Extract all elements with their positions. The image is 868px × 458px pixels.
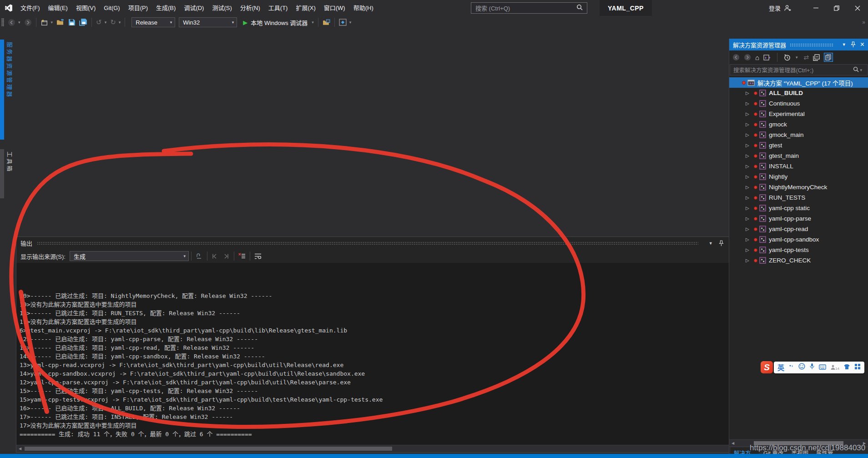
output-panel-titlebar[interactable]: 输出 ▼ × [16,237,738,249]
quick-search-input[interactable]: 搜索 (Ctrl+Q) [471,2,587,14]
solution-configuration-select[interactable]: Release ▾ [131,17,175,27]
sign-in-button[interactable]: 登录 [769,4,781,12]
chevron-collapsed-icon[interactable]: ▷ [746,216,754,221]
sidebar-tab-toolbox[interactable]: 工具箱 [0,149,14,198]
menu-item[interactable]: 分析(N) [236,0,264,16]
tree-item-project[interactable]: ▷ yaml-cpp static [729,203,868,213]
tree-item-project[interactable]: ▷ gmock [729,119,868,130]
chevron-collapsed-icon[interactable]: ▷ [746,258,754,263]
menu-item[interactable]: 视图(V) [72,0,100,16]
attach-to-process-button[interactable] [321,17,332,28]
scroll-left-icon[interactable]: ◀ [16,447,24,451]
chevron-collapsed-icon[interactable]: ▷ [746,153,754,158]
chevron-collapsed-icon[interactable]: ▷ [746,122,754,127]
close-button[interactable] [847,0,868,16]
chevron-collapsed-icon[interactable]: ▷ [746,185,754,190]
back-button[interactable] [732,54,740,61]
tree-item-project[interactable]: ▷ yaml-cpp-parse [729,213,868,224]
preview-selected-items-icon[interactable] [824,53,833,62]
tree-item-project[interactable]: ▷ INSTALL [729,161,868,171]
sidebar-tab-server-explorer[interactable]: 服务器资源管理器 [0,40,14,140]
collapse-all-icon[interactable] [813,54,820,61]
pin-icon[interactable] [851,41,856,48]
tree-item-project[interactable]: ▷ gtest_main [729,151,868,161]
navigate-back-button[interactable] [6,17,17,28]
tree-item-project[interactable]: ▷ NightlyMemoryCheck [729,182,868,192]
close-panel-icon[interactable]: × [860,40,864,49]
tree-item-project[interactable]: ▷ yaml-cpp-tests [729,245,868,255]
window-position-caret-icon[interactable]: ▼ [709,241,713,246]
tree-item-project[interactable]: ▷ yaml-cpp-sandbox [729,234,868,245]
toolbar-overflow-button[interactable]: » [862,19,865,25]
menu-item[interactable]: Git(G) [100,0,124,16]
skin-icon[interactable] [843,363,850,372]
scroll-left-icon[interactable]: ◀ [729,441,737,445]
chevron-collapsed-icon[interactable]: ▷ [746,111,754,116]
tree-item-project[interactable]: ▷ yaml-cpp-read [729,224,868,234]
virtual-keyboard-icon[interactable] [819,363,826,372]
toolbox-grid-icon[interactable] [854,363,861,372]
clear-all-icon[interactable] [237,251,247,261]
menu-item[interactable]: 工具(T) [264,0,292,16]
menu-item[interactable]: 调试(D) [180,0,208,16]
new-project-caret-icon[interactable]: ▾ [50,20,54,25]
menu-item[interactable]: 帮助(H) [349,0,378,16]
home-icon[interactable]: ⌂ [755,54,759,61]
save-all-button[interactable] [78,17,89,28]
minimize-button[interactable] [805,0,826,16]
previous-message-icon[interactable] [210,251,221,261]
goto-message-icon[interactable] [194,251,205,261]
sync-with-active-document-icon[interactable]: ⇄ [804,54,809,61]
undo-button[interactable]: ↺ [95,17,103,28]
menu-item[interactable]: 编辑(E) [44,0,72,16]
new-project-button[interactable] [39,17,50,28]
start-debugging-button[interactable]: ▶ 本地 Windows 调试器 ▾ [243,18,316,27]
menu-item[interactable]: 生成(B) [152,0,180,16]
punctuation-icon[interactable] [788,363,794,372]
user-profile-icon[interactable]: 14 [830,364,839,371]
menu-item[interactable]: 窗口(W) [320,0,349,16]
tree-item-project[interactable]: ▷ gmock_main [729,130,868,140]
redo-caret-icon[interactable]: ▾ [118,20,122,25]
open-folder-button[interactable] [55,17,66,28]
filter-caret-icon[interactable]: ▾ [795,55,799,60]
tree-item-project[interactable]: ▷ Nightly [729,171,868,182]
tree-item-solution[interactable]: 解决方案 “YAML_CPP” (17 个项目) [729,77,868,88]
save-button[interactable] [67,17,77,28]
debug-target-caret-icon[interactable]: ▾ [311,20,315,25]
maximize-button[interactable] [826,0,847,16]
output-log[interactable]: 10>------ 已跳过生成: 项目: NightlyMemoryCheck,… [16,263,730,445]
menu-item[interactable]: 文件(F) [16,0,44,16]
chevron-collapsed-icon[interactable]: ▷ [746,237,754,242]
live-share-caret-icon[interactable]: ▾ [348,20,353,25]
scrollbar-thumb[interactable] [25,447,392,451]
navigate-back-caret-icon[interactable]: ▾ [17,20,21,25]
word-wrap-icon[interactable] [252,251,263,261]
pending-changes-filter-icon[interactable] [784,54,791,61]
undo-caret-icon[interactable]: ▾ [104,20,108,25]
window-position-caret-icon[interactable]: ▼ [842,42,846,47]
sogou-logo-icon[interactable]: S [761,361,773,373]
chevron-collapsed-icon[interactable]: ▷ [746,101,754,106]
search-options-caret-icon[interactable]: ▾ [859,68,863,72]
chevron-collapsed-icon[interactable]: ▷ [746,174,754,179]
chevron-collapsed-icon[interactable]: ▷ [746,195,754,200]
navigate-forward-button[interactable] [23,17,33,28]
scrollbar-track[interactable] [24,445,731,452]
forward-button[interactable] [744,54,751,61]
user-add-icon[interactable] [784,5,792,12]
next-message-icon[interactable] [221,251,232,261]
panel-drag-grip[interactable] [790,43,834,46]
ime-language-mode-button[interactable]: 英 [777,362,784,372]
chevron-collapsed-icon[interactable]: ▷ [746,226,754,232]
tree-item-project[interactable]: ▷ RUN_TESTS [729,192,868,203]
chevron-collapsed-icon[interactable]: ▷ [746,132,754,137]
chevron-collapsed-icon[interactable]: ▷ [746,91,754,96]
tree-item-project[interactable]: ▷ Continuous [729,98,868,109]
menu-item[interactable]: 测试(S) [208,0,236,16]
tree-item-project[interactable]: ▷ ZERO_CHECK [729,255,868,266]
switch-views-icon[interactable] [763,54,771,61]
solution-explorer-titlebar[interactable]: 解决方案资源管理器 ▼ × [729,39,868,50]
panel-drag-grip[interactable] [37,242,698,245]
emoji-icon[interactable] [798,363,805,372]
